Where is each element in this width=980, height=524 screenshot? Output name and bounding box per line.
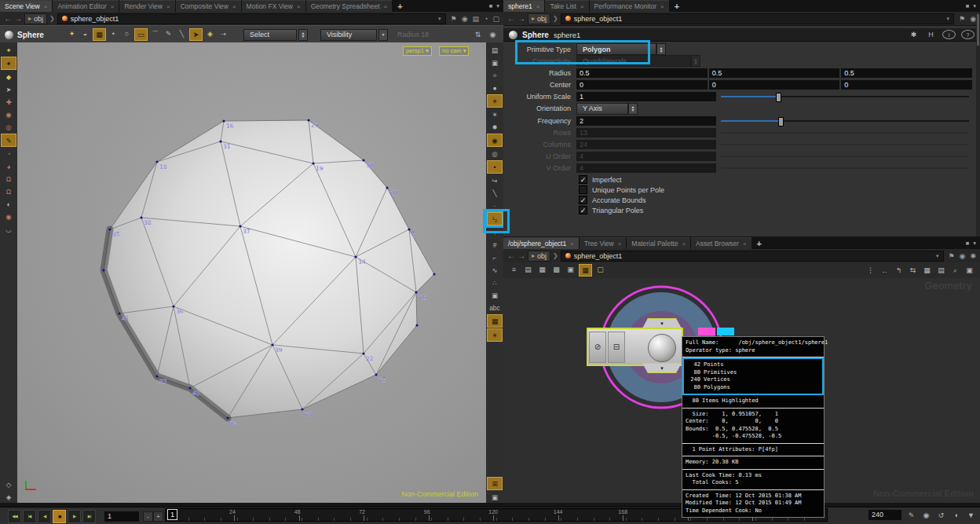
center-y-field[interactable]: 0 (709, 80, 840, 90)
tab-performance-monitor[interactable]: Performance Monitor× (590, 0, 669, 12)
overview-map-icon[interactable]: ▣ (964, 265, 975, 276)
geometry-orb-icon[interactable]: ◒ (79, 28, 91, 39)
tab-close-icon[interactable]: × (570, 240, 574, 247)
new-tab-button[interactable]: + (393, 2, 407, 11)
forward-icon[interactable]: → (517, 252, 525, 260)
tab-animation-editor[interactable]: Animation Editor× (53, 0, 119, 12)
points-grid-icon[interactable]: ▦ (93, 28, 106, 41)
keyframe-options-icon[interactable]: ✎ (905, 510, 917, 521)
zoom-network-icon[interactable]: ⌕ (949, 265, 961, 276)
forward-icon[interactable]: → (14, 15, 22, 23)
snapshot-icon[interactable]: ▦ (487, 314, 503, 328)
breadcrumb-root[interactable]: ▸obj (24, 13, 47, 24)
primitive-type-dropdown[interactable]: Polygon (576, 43, 656, 55)
pane-user-icon[interactable]: ◔ (484, 15, 488, 23)
camera-view-icon[interactable]: ◉ (487, 134, 503, 147)
node-display-flag[interactable] (717, 328, 734, 335)
tab-composite-view[interactable]: Composite View× (176, 0, 241, 12)
breadcrumb-root[interactable]: ▸obj (528, 13, 550, 24)
drag-select-icon[interactable]: ⇢ (218, 28, 229, 39)
gear-icon[interactable]: ✱ (908, 29, 920, 40)
spacer-display-icon[interactable]: · (488, 200, 502, 211)
persp-camera-badge[interactable]: persp1 ▾ (403, 46, 432, 56)
tree-layout-icon[interactable]: ≡ (508, 264, 520, 275)
slider-handle[interactable] (776, 93, 781, 102)
visibility-spinner-icon[interactable]: ▼ (378, 29, 388, 41)
tab-scene-view[interactable]: Scene View× (0, 0, 52, 12)
loop-mode-icon[interactable]: ↺ (935, 510, 947, 521)
decrement-button[interactable]: - (143, 511, 153, 522)
point-markers-icon[interactable]: • (487, 160, 503, 174)
quad-layout-icon[interactable]: ⊞ (487, 477, 503, 490)
viewport-help-icon[interactable]: ◉ (487, 29, 499, 40)
radius-x-field[interactable]: 0.5 (576, 68, 708, 78)
hook-display-icon[interactable]: ↪ (488, 174, 502, 186)
back-icon[interactable]: ← (507, 15, 515, 23)
slider-handle[interactable] (778, 117, 784, 126)
tiny-point-icon[interactable]: • (108, 28, 119, 39)
tab-close-icon[interactable]: × (536, 3, 540, 10)
material-shading-icon[interactable]: ◎ (488, 148, 502, 159)
key-camera-icon[interactable]: ✧ (488, 69, 502, 81)
snap-grid-icon[interactable]: ▦ (921, 265, 933, 276)
view-tool-icon[interactable]: ◐ (2, 198, 16, 210)
back-icon[interactable]: ← (4, 15, 12, 23)
tab-sphere1[interactable]: sphere1× (503, 0, 544, 12)
pin-icon[interactable]: ⚑ (959, 15, 965, 23)
help-icon[interactable]: ? (961, 30, 975, 39)
frequency-slider[interactable] (721, 116, 969, 126)
view-menu-icon[interactable]: ◐ (4, 491, 9, 500)
tab-close-icon[interactable]: × (166, 3, 170, 10)
shelf-drop-icon[interactable]: ✦ (2, 44, 16, 56)
headlight-icon[interactable]: ☀ (487, 94, 503, 108)
paint-select-icon[interactable]: ✎ (163, 28, 174, 39)
pane-max-icon[interactable]: ▢ (492, 15, 499, 23)
render-region-icon[interactable]: ◉ (2, 211, 16, 222)
tab-close-icon[interactable]: × (580, 3, 584, 10)
new-tab-button[interactable]: + (670, 2, 684, 11)
pane-menu-icon[interactable]: ■ (966, 2, 970, 9)
new-tab-button[interactable]: + (752, 239, 766, 248)
path-dropdown-icon[interactable]: ▾ (936, 253, 939, 259)
connect-nodes-icon[interactable]: ⇆ (907, 265, 919, 276)
tab-motion-fx-view[interactable]: Motion FX View× (242, 0, 305, 12)
visibility-dropdown[interactable]: Visibility (320, 29, 377, 41)
point-normals-icon[interactable]: ↑ (488, 226, 502, 238)
list-view-icon[interactable]: ▤ (522, 264, 534, 275)
hull-display-icon[interactable]: ⌐ (488, 251, 502, 263)
radial-menu-icon[interactable]: ◉ (462, 15, 468, 23)
stop-button[interactable]: ■ (53, 510, 66, 523)
select-tool-icon[interactable]: ➤ (2, 83, 16, 95)
path-dropdown-icon[interactable]: ▾ (947, 16, 950, 22)
current-frame-marker[interactable]: 1 (167, 509, 177, 520)
frequency-field[interactable]: 2 (576, 116, 716, 126)
lasso-select-icon[interactable]: ⌒ (149, 28, 161, 39)
tab-close-icon[interactable]: × (660, 3, 664, 10)
breadcrumb-root[interactable]: ▸obj (528, 251, 550, 262)
node-output-connector[interactable]: ▼ (642, 363, 682, 373)
no-cam-badge[interactable]: no cam ▾ (439, 46, 469, 56)
sort-order-icon[interactable]: ⇅ (472, 29, 484, 40)
tab-close-icon[interactable]: × (743, 240, 747, 247)
magnet-hard-icon[interactable]: Ω (2, 185, 16, 197)
pointer-select-icon[interactable]: ➤ (189, 28, 203, 41)
realtime-toggle-icon[interactable]: ◉ (920, 510, 932, 521)
next-frame-button[interactable]: ▶| (82, 510, 96, 523)
dash-tool-icon[interactable]: ‥ (879, 265, 890, 276)
shelf-geo-icon[interactable]: ◆ (2, 71, 16, 82)
box-select-icon[interactable]: ▭ (134, 28, 148, 41)
display-options-icon[interactable]: ▣ (488, 289, 502, 301)
magnet-soft-icon[interactable]: Ω (2, 173, 16, 185)
shading-mode-icon[interactable]: ● (488, 82, 502, 93)
tab-tree-view[interactable]: Tree View× (580, 237, 626, 249)
select-mode-dropdown[interactable]: Select (243, 29, 297, 41)
tab-geometry-spreadsheet[interactable]: Geometry Spreadsheet× (306, 0, 393, 12)
select-spinner-icon[interactable]: ▲▼ (298, 29, 308, 41)
orientation-spinner-icon[interactable]: ▲▼ (628, 103, 638, 115)
thumbnail-view-icon[interactable]: ▦ (536, 264, 548, 275)
breadcrumb-path-field[interactable]: sphere_object1▾ (561, 251, 944, 262)
info-icon[interactable]: i (942, 30, 956, 39)
snap-tool-icon[interactable]: ◇ (2, 478, 16, 490)
uniform-scale-slider[interactable] (721, 92, 969, 101)
center-z-field[interactable]: 0 (841, 80, 972, 90)
